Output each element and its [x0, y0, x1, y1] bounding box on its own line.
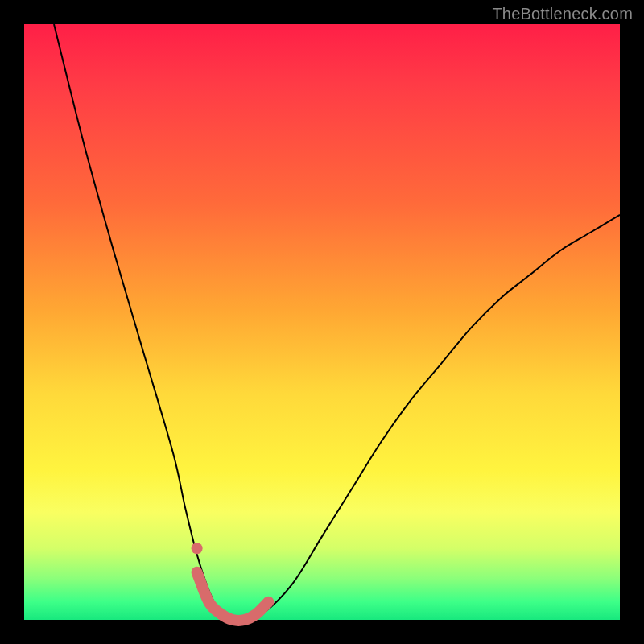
chart-frame: TheBottleneck.com: [0, 0, 644, 644]
highlight-dot-group: [192, 543, 203, 554]
bottleneck-curve-path: [54, 24, 620, 621]
highlight-band-path: [197, 572, 269, 621]
highlight-band: [197, 572, 269, 621]
chart-svg: [24, 24, 620, 620]
plot-area: [24, 24, 620, 620]
bottleneck-curve: [54, 24, 620, 621]
watermark-text: TheBottleneck.com: [492, 5, 633, 23]
highlight-dot: [192, 543, 203, 554]
